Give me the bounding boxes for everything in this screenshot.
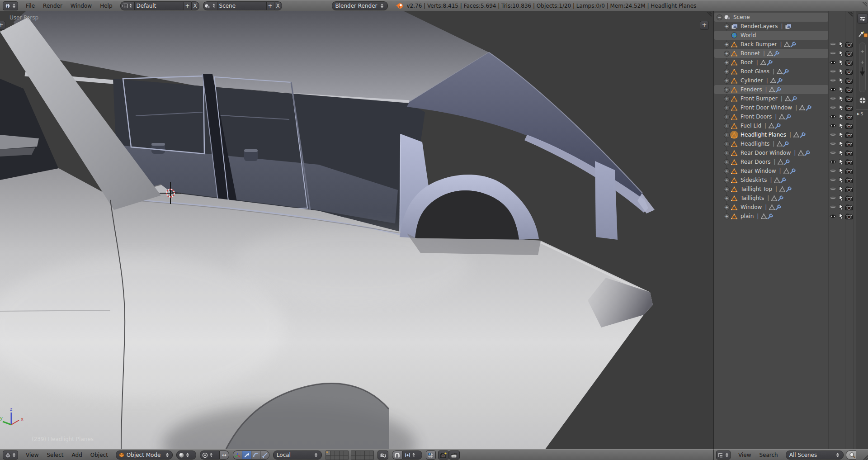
manipulator-axes-icon[interactable] [233,451,242,460]
outliner-item-label[interactable]: Bonnet [741,50,760,57]
layer-cell-2[interactable] [330,451,335,455]
layer-cell-14[interactable] [365,451,369,455]
outliner-item-label[interactable]: Rear Door Window [741,150,791,156]
layer-cell-13[interactable] [360,451,364,455]
layer-cell-12[interactable] [356,451,360,455]
toggle-visibility[interactable] [829,148,837,157]
view3d-menu-object[interactable]: Object [86,452,112,458]
view3d-menu-add[interactable]: Add [68,452,86,458]
3d-scene-canvas[interactable]: z x y [0,11,713,449]
toggle-selectability[interactable] [837,58,845,67]
open-properties-region-button[interactable]: + [700,21,709,30]
expand-toggle[interactable]: + [724,168,730,174]
expand-toggle[interactable]: + [724,177,730,183]
outliner-search-field[interactable] [846,451,856,460]
toggle-selectability[interactable] [837,67,845,76]
expand-toggle[interactable]: + [724,78,730,84]
outliner-corner-grip[interactable] [845,12,853,18]
outliner-row-front-door-window[interactable]: +Front Door Window| [714,103,856,112]
screen-layout-name-field[interactable]: Default [134,1,184,10]
outliner-item-label[interactable]: Headlights [741,141,769,147]
toggle-selectability[interactable] [837,40,845,49]
toggle-renderability[interactable] [845,49,853,58]
outliner-item-label[interactable]: Boot [741,59,753,66]
toggle-renderability[interactable] [845,175,853,185]
toggle-renderability[interactable] [845,194,853,203]
toggle-selectability[interactable] [837,130,845,139]
toggle-selectability[interactable] [837,112,845,121]
toggle-selectability[interactable] [837,157,845,166]
outliner-row-world[interactable]: World [714,31,856,40]
toggle-visibility[interactable] [829,194,837,203]
expand-toggle[interactable]: + [724,42,730,47]
expand-toggle[interactable]: + [724,105,730,111]
outliner-item-label[interactable]: Headlight Planes [741,132,786,138]
outliner-row-window[interactable]: +Window| [714,203,856,212]
outliner-row-headlight-planes[interactable]: +Headlight Planes| [714,130,856,139]
outliner-item-label[interactable]: Back Bumper [741,41,777,47]
menu-file[interactable]: File [22,3,39,9]
toggle-visibility[interactable] [829,112,837,121]
outliner-filter-dropdown[interactable]: All Scenes [786,451,844,460]
outliner-item-label[interactable]: Scene [733,14,750,20]
outliner-item-label[interactable]: Taillights [741,195,764,201]
expand-toggle[interactable]: + [724,204,730,210]
layer-cell-4[interactable] [340,451,344,455]
toggle-renderability[interactable] [845,76,853,85]
toggle-visibility[interactable] [829,49,837,58]
toggle-selectability[interactable] [837,94,845,103]
screen-layout-icon-button[interactable] [120,1,134,10]
expand-toggle[interactable]: + [724,96,730,102]
outliner-item-label[interactable]: Fuel Lid [741,123,761,129]
toggle-visibility[interactable] [829,212,837,221]
layer-cell-8[interactable] [335,455,339,460]
toggle-visibility[interactable] [829,130,837,139]
outliner-row-boot-glass[interactable]: +Boot Glass| [714,67,856,76]
expand-toggle[interactable]: + [724,132,730,138]
toggle-renderability[interactable] [845,203,853,212]
toggle-visibility[interactable] [829,40,837,49]
properties-editor-type-button[interactable] [857,14,868,24]
expand-toggle[interactable]: − [717,14,722,20]
opengl-render-image-icon[interactable] [438,451,449,460]
close-scene-button[interactable]: X [274,1,282,10]
mode-dropdown[interactable]: Object Mode [116,451,173,460]
snap-target-icon[interactable] [426,451,436,460]
close-screen-layout-button[interactable]: X [191,1,199,10]
toggle-visibility[interactable] [829,157,837,166]
layer-cell-15[interactable] [369,451,373,455]
outliner-row-front-doors[interactable]: +Front Doors| [714,112,856,121]
toggle-renderability[interactable] [845,212,853,221]
snap-element-increment-icon[interactable] [402,451,422,460]
manipulate-center-points-toggle[interactable]: ↔ [219,451,229,460]
layer-cell-17[interactable] [356,455,360,460]
toggle-renderability[interactable] [845,94,853,103]
layer-cell-9[interactable] [340,455,344,460]
expand-toggle[interactable]: + [724,24,730,29]
toggle-visibility[interactable] [829,139,837,148]
area-corner-grip[interactable] [860,2,867,8]
toggle-selectability[interactable] [837,166,845,175]
layer-cell-1[interactable] [326,451,330,455]
layer-cell-11[interactable] [351,451,355,455]
toggle-selectability[interactable] [837,203,845,212]
outliner-row-rear-window[interactable]: +Rear Window| [714,166,856,175]
toggle-renderability[interactable] [845,85,853,94]
expand-toggle[interactable]: + [724,114,730,120]
layer-cell-3[interactable] [335,451,339,455]
expand-toggle[interactable]: + [724,141,730,147]
toggle-visibility[interactable] [829,58,837,67]
expand-toggle[interactable]: + [724,150,730,156]
expand-toggle[interactable]: + [724,195,730,201]
outliner-item-label[interactable]: Rear Window [741,168,776,174]
menu-help[interactable]: Help [96,3,116,9]
scene-name-field[interactable]: Scene [217,1,266,10]
menu-window[interactable]: Window [66,3,96,9]
layer-cell-20[interactable] [369,455,373,460]
outliner-row-boot[interactable]: +Boot| [714,58,856,67]
toggle-renderability[interactable] [845,112,853,121]
toggle-renderability[interactable] [845,67,853,76]
outliner-item-label[interactable]: World [741,32,756,38]
outliner-row-taillight-top[interactable]: +Taillight Top| [714,185,856,194]
outliner-menu-search[interactable]: Search [755,452,782,458]
